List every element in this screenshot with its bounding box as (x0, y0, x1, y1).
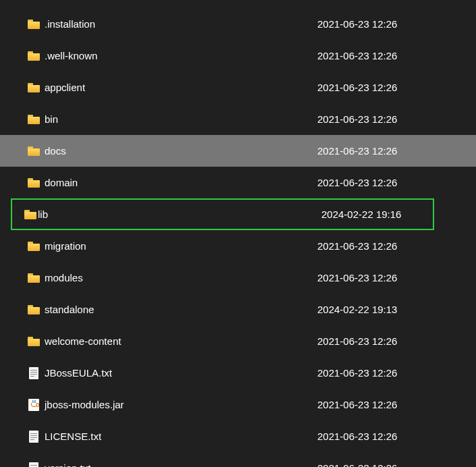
folder-icon (28, 273, 40, 283)
file-modified-date: 2021-06-23 12:26 (317, 431, 452, 442)
file-row[interactable]: docs2021-06-23 12:26 (0, 135, 476, 167)
file-icon-cell (24, 462, 43, 468)
folder-icon (28, 337, 40, 346)
folder-icon (28, 83, 40, 92)
folder-icon (24, 210, 36, 219)
file-icon-cell (24, 399, 43, 411)
folder-icon (28, 146, 40, 156)
file-modified-date: 2021-06-23 12:26 (317, 82, 452, 93)
jar-file-icon (28, 399, 39, 411)
folder-icon (28, 20, 40, 29)
folder-icon (28, 178, 40, 188)
file-row[interactable]: modules2021-06-23 12:26 (0, 262, 476, 294)
file-modified-date: 2021-06-23 12:26 (317, 272, 452, 283)
file-icon-cell (24, 178, 43, 188)
file-icon-cell (24, 51, 43, 61)
file-modified-date: 2021-06-23 12:26 (317, 177, 452, 188)
file-icon-cell (24, 367, 43, 379)
file-modified-date: 2021-06-23 12:26 (317, 113, 452, 125)
file-icon-cell (24, 210, 36, 219)
file-row[interactable]: appclient2021-06-23 12:26 (0, 72, 476, 103)
file-row[interactable]: lib2024-02-22 19:16 (11, 198, 434, 230)
file-name: LICENSE.txt (43, 431, 317, 442)
file-modified-date: 2024-02-22 19:16 (321, 209, 456, 220)
file-name: .installation (43, 18, 317, 30)
file-name: domain (43, 177, 317, 188)
file-name: standalone (43, 304, 317, 315)
file-name: migration (43, 240, 317, 252)
file-icon-cell (24, 273, 43, 283)
file-modified-date: 2021-06-23 12:26 (317, 462, 452, 467)
file-row[interactable]: version.txt2021-06-23 12:26 (0, 452, 476, 467)
folder-icon (28, 242, 40, 251)
file-modified-date: 2021-06-23 12:26 (317, 50, 452, 61)
file-name: modules (43, 272, 317, 283)
folder-icon (28, 51, 40, 61)
file-row[interactable]: LICENSE.txt2021-06-23 12:26 (0, 420, 476, 452)
file-modified-date: 2021-06-23 12:26 (317, 399, 452, 410)
file-list: .installation2021-06-23 12:26.well-known… (0, 0, 476, 467)
file-icon-cell (24, 337, 43, 346)
file-icon-cell (24, 305, 43, 314)
folder-icon (28, 305, 40, 314)
file-row[interactable]: bin2021-06-23 12:26 (0, 103, 476, 135)
file-name: .well-known (43, 50, 317, 61)
file-modified-date: 2021-06-23 12:26 (317, 240, 452, 252)
file-icon-cell (24, 242, 43, 251)
file-modified-date: 2021-06-23 12:26 (317, 18, 452, 30)
file-modified-date: 2021-06-23 12:26 (317, 367, 452, 379)
file-row[interactable]: .well-known2021-06-23 12:26 (0, 40, 476, 72)
text-file-icon (29, 431, 38, 443)
file-row[interactable]: .installation2021-06-23 12:26 (0, 8, 476, 40)
file-name: appclient (43, 82, 317, 93)
file-icon-cell (24, 431, 43, 443)
file-row[interactable]: standalone2024-02-22 19:13 (0, 294, 476, 325)
file-name: welcome-content (43, 335, 317, 347)
file-name: lib (36, 209, 321, 220)
file-row[interactable]: welcome-content2021-06-23 12:26 (0, 325, 476, 357)
text-file-icon (29, 367, 38, 379)
file-modified-date: 2021-06-23 12:26 (317, 335, 452, 347)
file-modified-date: 2024-02-22 19:13 (317, 304, 452, 315)
file-icon-cell (24, 146, 43, 156)
file-row[interactable]: migration2021-06-23 12:26 (0, 230, 476, 262)
file-name: jboss-modules.jar (43, 399, 317, 410)
file-name: version.txt (43, 462, 317, 467)
file-row[interactable]: jboss-modules.jar2021-06-23 12:26 (0, 389, 476, 420)
text-file-icon (29, 462, 38, 468)
file-name: bin (43, 113, 317, 125)
file-icon-cell (24, 115, 43, 124)
file-row[interactable]: JBossEULA.txt2021-06-23 12:26 (0, 357, 476, 389)
file-name: docs (43, 145, 317, 157)
folder-icon (28, 115, 40, 124)
file-row[interactable]: domain2021-06-23 12:26 (0, 167, 476, 198)
file-modified-date: 2021-06-23 12:26 (317, 145, 452, 157)
file-icon-cell (24, 83, 43, 92)
file-icon-cell (24, 20, 43, 29)
file-name: JBossEULA.txt (43, 367, 317, 379)
